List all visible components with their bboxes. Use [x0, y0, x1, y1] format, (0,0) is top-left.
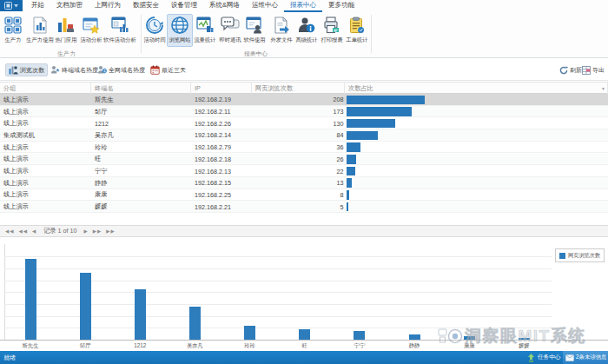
ribbon-tab[interactable]: 系统&网络 [203, 0, 246, 12]
cell-ip: 192.168.2.21 [191, 201, 252, 213]
refresh-button[interactable]: 刷新 [559, 63, 582, 76]
ribbon-button-label: 工单统计 [346, 36, 367, 44]
app-menu-button[interactable] [0, 0, 23, 11]
view-toolbar-item[interactable]: 全网域名热度 [95, 63, 148, 76]
chart-bar[interactable] [244, 326, 255, 340]
ribbon-button[interactable]: 即时通讯 [217, 14, 243, 47]
ribbon-button[interactable]: 外发文件 [268, 14, 294, 47]
grid-column-header[interactable]: 分组 [0, 83, 91, 94]
ribbon-button[interactable]: 浏览网站 [167, 14, 193, 47]
cell-terminal: 康康 [91, 189, 191, 202]
cell-terminal: 媛媛 [91, 201, 191, 213]
software-activity-icon [110, 16, 129, 35]
ratio-bar [347, 96, 425, 105]
chart-bar[interactable] [464, 336, 475, 340]
view-toolbar-item[interactable]: 终端域名热度 [48, 63, 101, 76]
unread-messages-button[interactable]: 2条未读信息 [563, 351, 608, 364]
activity-time-icon [145, 16, 164, 35]
grid-row[interactable]: 线上演示康康192.168.2.258 [0, 189, 608, 202]
browse-count-icon [9, 65, 18, 75]
pager-prev-page-button[interactable]: ◀◀ [18, 228, 27, 234]
task-center-button[interactable]: 任务中心 [527, 351, 560, 364]
chart-x-label: 康康 [464, 342, 475, 350]
cell-group: 线上演示 [0, 165, 91, 177]
chart-x-label: 媛媛 [519, 342, 530, 350]
ribbon-button[interactable]: 软件活动分析 [99, 14, 141, 47]
chart-bar[interactable] [299, 329, 310, 340]
chart-bar[interactable] [80, 273, 91, 340]
chart-x-label: 静静 [409, 342, 420, 350]
grid-column-header[interactable]: 网页浏览次数 [252, 83, 345, 94]
chart-bar[interactable] [135, 289, 146, 340]
ribbon-button[interactable]: 工单统计 [344, 14, 370, 47]
ribbon-tab[interactable]: 设备管理 [165, 0, 203, 12]
view-toolbar-item[interactable]: 最近三天 [148, 63, 188, 76]
traffic-stats-icon [195, 16, 215, 35]
data-grid: ▼ 分组终端名IP网页浏览次数次数占比 线上演示斯先生192.168.2.192… [0, 82, 608, 225]
pager-first-button[interactable]: ◀◀ [5, 228, 14, 234]
ribbon-tab[interactable]: 运维中心 [246, 0, 284, 12]
chart-gridline [4, 256, 552, 257]
chart-bar[interactable] [354, 331, 365, 340]
chart-bar[interactable] [519, 338, 530, 340]
cell-group: 线上演示 [0, 117, 91, 129]
ribbon-tab[interactable]: 更多功能 [322, 0, 360, 12]
ribbon-tab[interactable]: 数据安全 [127, 0, 165, 12]
instant-message-icon [221, 16, 240, 35]
pager-next-page-button[interactable]: ▶▶ [93, 228, 102, 234]
pager-last-button[interactable]: ▶▶ [106, 228, 115, 234]
grid-row[interactable]: 线上演示宁宁192.168.2.1322 [0, 165, 608, 177]
chart-bar[interactable] [409, 334, 420, 340]
grid-row[interactable]: 线上演示玲玲192.168.2.7936 [0, 142, 608, 154]
ribbon-tab[interactable]: 上网行为 [89, 0, 127, 12]
pager-record-label: 记录 1 of 10 [43, 227, 76, 235]
ribbon-button-label: 活动时间 [143, 36, 165, 44]
chart-bar[interactable] [25, 259, 36, 340]
ribbon-button-label: 流量统计 [194, 36, 215, 44]
chart-x-label: 玲玲 [244, 342, 255, 350]
ribbon-group-separator [141, 15, 142, 53]
grid-row[interactable]: 线上演示媛媛192.168.2.215 [0, 201, 608, 213]
grid-row[interactable]: 线上演示旺192.168.2.1826 [0, 154, 608, 166]
ribbon-tab[interactable]: 文档加密 [50, 0, 89, 12]
view-toolbar-item[interactable]: 浏览次数 [5, 63, 48, 76]
export-button[interactable]: 导出 [582, 63, 605, 76]
ribbon-button[interactable]: 活动时间 [142, 14, 168, 47]
ribbon-tab[interactable]: 开始 [25, 0, 50, 12]
cell-ip: 192.168.2.15 [191, 177, 252, 189]
software-usage-icon [245, 16, 264, 35]
cell-group: 线上演示 [0, 201, 91, 213]
grid-row[interactable]: 集成测试机吴亦凡192.168.2.1484 [0, 129, 608, 142]
chart-gridline [4, 268, 552, 269]
ribbon-tab[interactable]: 报表中心 [284, 0, 322, 12]
legend-swatch [559, 253, 565, 259]
task-center-label: 任务中心 [538, 354, 560, 361]
pager-prev-button[interactable]: ◀ [32, 228, 36, 234]
ratio-bar [347, 142, 360, 152]
record-pager: ◀◀ ◀◀ ◀ 记录 1 of 10 ▶ ▶▶ ▶▶ [0, 225, 608, 237]
ribbon-button[interactable]: 高级统计 [294, 14, 320, 47]
ribbon-button[interactable]: 软件使用 [241, 14, 268, 47]
ribbon-button-label: 软件活动分析 [103, 36, 136, 44]
bar-chart: 网页浏览次数 斯先生邹厅1212吴亦凡玲玲旺宁宁静静康康媛媛 [0, 237, 608, 351]
grid-row[interactable]: 线上演示斯先生192.168.2.19208 [0, 94, 608, 106]
grid-row[interactable]: 线上演示邹厅192.168.2.11173 [0, 106, 608, 118]
grid-row[interactable]: 线上演示静静192.168.2.1513 [0, 177, 608, 189]
ribbon-button-label: 高级统计 [295, 36, 317, 44]
ratio-bar [347, 107, 412, 116]
ratio-bar [347, 119, 395, 129]
cell-terminal: 邹厅 [91, 106, 191, 118]
grid-column-header[interactable]: IP [191, 83, 252, 94]
chart-x-label: 宁宁 [354, 342, 366, 350]
ratio-bar [347, 202, 348, 212]
ribbon-button[interactable]: 流量统计 [192, 14, 218, 47]
grid-column-header[interactable]: 终端名 [91, 83, 191, 94]
pager-next-button[interactable]: ▶ [84, 228, 89, 234]
cell-count: 173 [252, 106, 345, 118]
chart-bar[interactable] [189, 307, 201, 340]
ratio-bar [347, 167, 355, 176]
cell-count: 36 [252, 142, 345, 154]
grid-column-header[interactable]: 次数占比 [345, 83, 608, 94]
ribbon-button[interactable]: 打印报表 [319, 14, 345, 47]
grid-row[interactable]: 线上演示1212192.168.2.26130 [0, 117, 608, 129]
